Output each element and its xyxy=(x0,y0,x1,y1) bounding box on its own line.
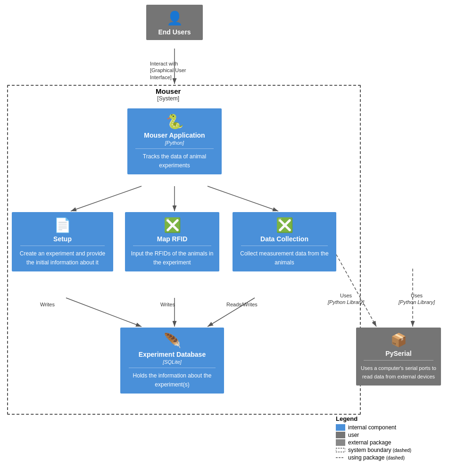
experiment-db-subtitle: [SQLite] xyxy=(124,359,220,365)
system-boundary-label: Mouser [System] xyxy=(156,87,181,102)
setup-box: 📄 Setup Create an experiment and provide… xyxy=(12,212,113,271)
legend-swatch-blue xyxy=(336,424,345,431)
python-icon: 🐍 xyxy=(131,113,218,130)
data-collection-icon: ❎ xyxy=(236,217,333,233)
data-collection-desc: Collect measurement data from the animal… xyxy=(240,250,328,266)
legend-item-internal: internal component xyxy=(336,424,440,431)
mouser-app-title: Mouser Application xyxy=(131,131,218,139)
map-rfid-box: ❎ Map RFID Input the RFIDs of the animal… xyxy=(125,212,219,271)
legend-label-internal: internal component xyxy=(348,424,396,431)
legend-item-using: using package (dashed) xyxy=(336,454,440,461)
diagram-container: 👤 End Users Interact with[Graphical User… xyxy=(0,0,449,476)
end-users-title: End Users xyxy=(158,28,191,36)
pyserial-title: PySerial xyxy=(360,350,437,357)
writes-label-1: Writes xyxy=(40,302,55,307)
mouser-app-desc: Tracks the data of animal experiments xyxy=(143,153,206,169)
legend-swatch-gray xyxy=(336,432,345,438)
dashed-arrow-icon xyxy=(336,454,345,461)
map-rfid-desc: Input the RFIDs of the animals in the ex… xyxy=(131,250,214,266)
pyserial-box: 📦 PySerial Uses a computer's serial port… xyxy=(356,328,441,386)
pyserial-desc: Uses a computer's serial ports to read d… xyxy=(361,365,436,379)
divider xyxy=(133,246,211,246)
rfid-icon: ❎ xyxy=(129,217,216,233)
setup-title: Setup xyxy=(16,235,109,243)
legend-label-external: external package xyxy=(348,439,391,446)
uses-label-1: Uses[Python Library] xyxy=(328,292,364,306)
divider xyxy=(129,368,216,368)
interact-label: Interact with[Graphical UserInterface] xyxy=(150,60,186,81)
db-icon: 🪶 xyxy=(124,332,220,349)
legend-label-user: user xyxy=(348,432,359,438)
mouser-app-box: 🐍 Mouser Application [Python] Tracks the… xyxy=(127,108,222,174)
pyserial-icon: 📦 xyxy=(360,332,437,348)
legend-label-using: using package (dashed) xyxy=(348,454,405,461)
divider xyxy=(364,360,433,361)
uses-label-2: Uses[Python Library] xyxy=(399,292,435,306)
map-rfid-title: Map RFID xyxy=(129,235,216,243)
writes-label-2: Writes xyxy=(160,302,175,307)
dashed-line-icon xyxy=(336,447,345,453)
legend-item-boundary: system boundary (dashed) xyxy=(336,447,440,453)
legend-swatch-gray2 xyxy=(336,439,345,446)
experiment-db-title: Experiment Database xyxy=(124,351,220,358)
experiment-db-desc: Holds the information about the experime… xyxy=(133,372,212,388)
reads-writes-label: Reads/Writes xyxy=(226,302,258,307)
end-users-box: 👤 End Users xyxy=(146,5,203,40)
system-name: Mouser xyxy=(156,87,181,95)
legend-label-boundary: system boundary (dashed) xyxy=(348,447,411,453)
data-collection-box: ❎ Data Collection Collect measurement da… xyxy=(233,212,336,271)
divider xyxy=(20,246,105,246)
divider xyxy=(135,148,214,149)
legend: Legend internal component user external … xyxy=(336,415,440,462)
legend-item-external: external package xyxy=(336,439,440,446)
setup-desc: Create an experiment and provide the ini… xyxy=(20,250,105,266)
legend-title: Legend xyxy=(336,415,440,422)
experiment-db-box: 🪶 Experiment Database [SQLite] Holds the… xyxy=(120,328,224,394)
user-icon: 👤 xyxy=(150,10,199,26)
svg-rect-11 xyxy=(336,448,345,452)
data-collection-title: Data Collection xyxy=(236,235,333,243)
mouser-app-subtitle: [Python] xyxy=(131,140,218,146)
system-type: [System] xyxy=(156,95,181,102)
setup-icon: 📄 xyxy=(16,217,109,233)
legend-item-user: user xyxy=(336,432,440,438)
divider xyxy=(241,246,328,246)
